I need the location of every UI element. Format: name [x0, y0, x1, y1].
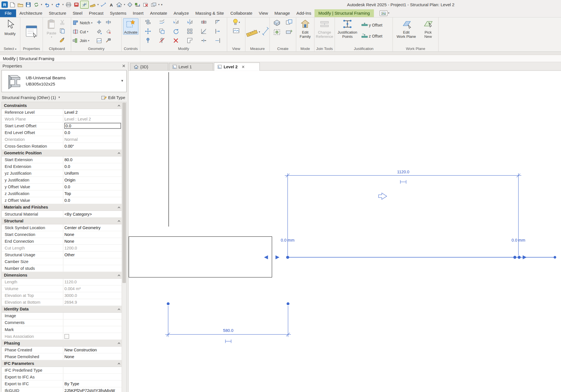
type-selector-dropdown-icon[interactable]: ▼ — [121, 79, 124, 83]
cut-button[interactable]: Cut▾ — [72, 27, 93, 36]
property-value[interactable]: 0.0 — [63, 197, 122, 204]
measure-icon[interactable] — [89, 1, 97, 8]
customize-qat-icon[interactable]: ▾ — [160, 3, 163, 6]
ribbon-tab-precast[interactable]: Precast — [86, 9, 106, 17]
property-value[interactable]: None — [63, 231, 122, 238]
property-value[interactable]: 0.00° — [63, 143, 122, 149]
ribbon-tab-add-ins[interactable]: Add-Ins — [293, 9, 314, 17]
property-value[interactable] — [63, 265, 122, 272]
panel-label-modify[interactable]: Modify — [140, 46, 227, 51]
default-3d-view-icon[interactable] — [115, 1, 123, 8]
collapse-chevron-icon[interactable] — [117, 342, 120, 344]
collapse-chevron-icon[interactable] — [117, 220, 120, 222]
property-value[interactable]: New Construction — [63, 347, 122, 353]
y-offset-button[interactable]: y Offset — [361, 20, 383, 29]
property-value[interactable] — [63, 374, 122, 380]
edit-family-button[interactable]: Edit Family — [300, 18, 311, 39]
close-view-tab-icon[interactable]: ✕ — [242, 65, 245, 69]
text-icon[interactable]: A — [107, 1, 115, 8]
demolish-icon[interactable] — [106, 38, 111, 45]
drawing-canvas[interactable]: 1120.0 0.0 mm 0.0 mm — [129, 71, 561, 392]
switch-windows-icon[interactable] — [149, 1, 157, 8]
panel-label-justification[interactable]: Justification — [335, 46, 393, 51]
create-group-icon[interactable] — [273, 29, 280, 37]
panel-label-controls[interactable]: Controls — [122, 46, 140, 51]
ribbon-tab-systems[interactable]: Systems — [107, 9, 130, 17]
split-element-icon[interactable] — [201, 19, 207, 26]
measure-dropdown-icon[interactable]: ▾ — [97, 3, 99, 6]
paste-button[interactable]: Paste ▾ — [44, 18, 60, 40]
tag-icon[interactable] — [72, 1, 80, 8]
ribbon-options-dropdown-icon[interactable]: ▾ — [388, 12, 389, 15]
panel-label-measure[interactable]: Measure — [245, 46, 269, 51]
offset-value-right[interactable]: 0.0 mm — [512, 238, 525, 242]
type-selector[interactable]: UB-Universal Beams UB305x102x25 ▼ — [1, 70, 127, 92]
pin-icon[interactable] — [145, 37, 151, 45]
collapse-chevron-icon[interactable] — [117, 104, 120, 107]
copy-to-clipboard-icon[interactable] — [59, 28, 65, 35]
collapse-chevron-icon[interactable] — [117, 152, 120, 154]
ribbon-tab-annotate[interactable]: Annotate — [147, 9, 170, 17]
property-value[interactable]: Level 2 — [63, 109, 122, 115]
edit-work-plane-button[interactable]: Edit Work Plane — [395, 18, 418, 39]
measure-tool-icon[interactable] — [246, 26, 258, 38]
ribbon-options-control[interactable]: ▾ — [377, 9, 392, 17]
edit-type-button[interactable]: Edit Type — [100, 95, 126, 100]
align-icon[interactable] — [145, 19, 151, 26]
properties-scrollbar-thumb[interactable] — [122, 102, 126, 283]
create-similar-icon[interactable] — [285, 29, 292, 37]
panel-label-clipboard[interactable]: Clipboard — [43, 46, 71, 51]
collapse-chevron-icon[interactable] — [117, 308, 120, 310]
activate-button[interactable]: Activate — [123, 18, 138, 35]
property-value[interactable]: Top — [63, 190, 122, 197]
ribbon-tab-structure[interactable]: Structure — [45, 9, 69, 17]
offset-value-left[interactable]: 0.0 mm — [281, 238, 295, 242]
element-filter-combo[interactable]: Structural Framing (Other) (1) ▾ — [2, 95, 100, 99]
view-tab-level-2[interactable]: Level 2 ✕ — [214, 63, 260, 71]
property-group-header[interactable]: Dimensions — [2, 272, 122, 279]
panel-label-create[interactable]: Create — [270, 46, 296, 51]
property-group-header[interactable]: Materials and Finishes — [2, 204, 122, 211]
property-value[interactable]: 1200.0 — [63, 245, 122, 251]
panel-label-mode[interactable]: Mode — [296, 46, 314, 51]
delete-icon[interactable] — [173, 37, 179, 45]
property-value[interactable]: None — [63, 353, 122, 360]
property-value[interactable]: 0.004 m³ — [63, 286, 122, 292]
property-value[interactable]: 0.0 — [63, 122, 122, 129]
copy-icon[interactable] — [159, 28, 165, 36]
property-value[interactable]: 2J5KPf2yP72qVIY3fnA6yW — [63, 387, 122, 392]
modify-button[interactable]: Modify — [5, 18, 16, 36]
dimension-1120[interactable] — [285, 173, 521, 255]
property-value[interactable]: Center of Geometry — [63, 224, 122, 231]
contextual-tab-modify-structural-framing[interactable]: Modify | Structural Framing — [314, 9, 374, 17]
panel-label-properties[interactable]: Properties — [20, 46, 43, 51]
paint-icon[interactable] — [96, 29, 102, 36]
properties-scrollbar[interactable] — [122, 102, 126, 392]
trim-corner-icon[interactable] — [215, 19, 221, 26]
render-icon[interactable] — [126, 1, 134, 8]
property-value[interactable]: 3000.0 — [63, 292, 122, 299]
property-group-header[interactable]: Identity Data — [2, 306, 122, 313]
rotate-icon[interactable] — [173, 28, 179, 36]
property-value[interactable]: Normal — [63, 136, 122, 143]
pick-new-work-plane-button[interactable]: Pick New — [420, 18, 436, 39]
array-icon[interactable] — [187, 28, 193, 36]
unpin-icon[interactable] — [159, 37, 165, 45]
new-document-icon[interactable] — [8, 1, 16, 8]
ribbon-tab-analyze[interactable]: Analyze — [170, 9, 192, 17]
property-value[interactable]: By Type — [63, 381, 122, 387]
change-reference-button[interactable]: Change Reference — [316, 18, 333, 39]
synchronize-icon[interactable] — [32, 1, 40, 8]
flip-arrow-end-icon[interactable] — [523, 255, 527, 259]
join-button[interactable]: Join▾ — [72, 36, 93, 45]
flip-arrow-right-icon[interactable] — [275, 255, 279, 259]
has-association-checkbox[interactable] — [64, 334, 69, 338]
property-group-header[interactable]: IFC Parameters — [2, 360, 122, 367]
flip-arrow-left-icon[interactable] — [264, 255, 268, 259]
move-icon[interactable] — [145, 28, 151, 36]
view-tab-level-1[interactable]: Level 1 — [169, 63, 213, 71]
cope-icon[interactable] — [187, 37, 193, 45]
justification-points-button[interactable]: Justification Points — [336, 18, 359, 39]
extend-icon[interactable] — [215, 37, 221, 45]
cut-to-clipboard-icon[interactable] — [59, 19, 65, 26]
